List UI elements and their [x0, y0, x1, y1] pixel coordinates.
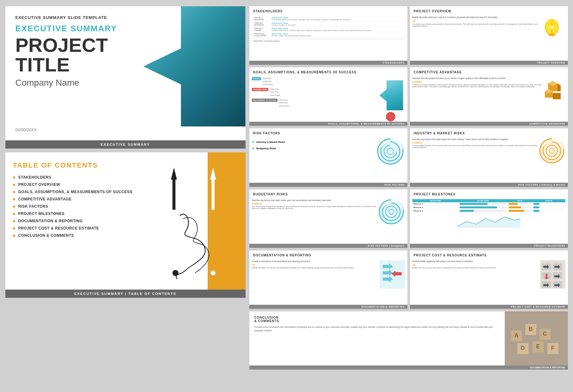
main-grid: EXECUTIVE SUMMARY SLIDE TEMPLATE EXECUTI… — [5, 6, 568, 373]
toc-left-panel: TABLE OF CONTENTS STAKEHOLDERS PROJECT O… — [5, 152, 157, 290]
documentation-footer: DOCUMENTATION & REPORTING — [249, 305, 407, 309]
milestones-chart — [412, 215, 565, 228]
goals-block-2: ASSUMPTIONS Point One Point Two Point Th… — [252, 88, 380, 97]
svg-marker-0 — [171, 168, 177, 210]
risk-plus-icon-2: + — [252, 146, 254, 151]
slide-stakeholders: STAKEHOLDERS PROJECT MANAGER Stakeholder… — [249, 6, 407, 65]
comp-adv-example: Currently, we notice competitors within … — [412, 84, 542, 88]
project-overview-footer: PROJECT OVERVIEW — [410, 61, 568, 65]
project-overview-body: Briefly describe what your report or bus… — [412, 16, 538, 18]
toc-item-2: PROJECT OVERVIEW — [13, 182, 149, 187]
table-row: PROPOSAL FACILITATOR Stakeholder NamePro… — [253, 32, 406, 38]
lightbulb-icon — [540, 16, 564, 45]
project-cost-tip-label: TIP — [412, 264, 539, 266]
slide-toc: TABLE OF CONTENTS STAKEHOLDERS PROJECT O… — [5, 152, 246, 298]
left-column: EXECUTIVE SUMMARY SLIDE TEMPLATE EXECUTI… — [5, 6, 246, 370]
svg-text:D: D — [521, 345, 525, 351]
risk-factors-title: RISK FACTORS — [249, 128, 407, 137]
slide-budgetary-risks: BUDGETARY RISKS Describe any factors tha… — [249, 189, 407, 248]
toc-item-9: CONCLUSION & COMMENTS — [13, 233, 149, 238]
table-row: PROJECT OWNER Stakeholder NameConfirms t… — [253, 27, 406, 32]
risk-item-2: + Budgetary Risks — [252, 146, 376, 151]
project-cost-tip: Explain not only your cost and resource … — [412, 267, 539, 269]
goals-tag-1: GOALS — [252, 77, 261, 80]
toc-item-8: PROJECT COST & RESOURCE ESTIMATE — [13, 226, 149, 230]
goals-footer: GOALS, ASSUMPTIONS, & MEASUREMENTS OF SU… — [249, 122, 407, 126]
milestones-title: PROJECT MILESTONES — [410, 189, 568, 198]
toc-bullet-4 — [13, 198, 15, 200]
slide-project-cost: PROJECT COST & RESOURCE ESTIMATE Provide… — [410, 250, 568, 309]
documentation-title: DOCUMENTATION & REPORTING — [249, 250, 407, 259]
stakeholders-table: PROJECT MANAGER Stakeholder NameCoordina… — [253, 16, 406, 38]
project-overview-title: PROJECT OVERVIEW — [410, 6, 568, 15]
table-row: Milestone 1 — [412, 202, 565, 206]
table-row: Milestone 2 — [412, 206, 565, 209]
svg-text:B: B — [528, 326, 533, 332]
slide1-date: 00/00/20XX — [15, 127, 235, 135]
industry-market-footer: RISK FACTORS | Industry & Market — [410, 183, 568, 187]
comp-adv-footer: COMPETITIVE ADVANTAGE — [410, 122, 568, 126]
milestones-table: MILESTONE START DATE DATE STATUS Milesto… — [412, 199, 565, 213]
goals-block-1: GOALS Point One Point Two Point Three — [252, 77, 380, 86]
slide-industry-market-risks: INDUSTRY & MARKET RISKS Describe any fac… — [410, 128, 568, 187]
toc-footer: EXECUTIVE SUMMARY | TABLE OF CONTENTS — [5, 290, 246, 298]
project-cost-title: PROJECT COST & RESOURCE ESTIMATE — [410, 250, 568, 259]
goals-tag-3: MEASUREMENT OF SUCCESS — [252, 99, 277, 102]
competitive-advantage-title: COMPETITIVE ADVANTAGE — [410, 67, 568, 76]
svg-text:C: C — [543, 331, 547, 337]
project-overview-tip-label: TIP — [412, 20, 538, 22]
toc-bullet-9 — [13, 235, 15, 237]
goals-title: GOALS, ASSUMPTIONS, & MEASUREMENTS OF SU… — [249, 67, 407, 76]
project-overview-tip: Condense your project proposal into a fe… — [412, 23, 538, 27]
svg-marker-12 — [558, 83, 561, 91]
additional-stakeholders: ADDITIONAL STAKEHOLDER(S) — [253, 39, 406, 42]
toc-bullet-1 — [13, 176, 15, 179]
toc-items-list: STAKEHOLDERS PROJECT OVERVIEW GOALS, ASS… — [13, 175, 149, 238]
toc-title: TABLE OF CONTENTS — [13, 161, 149, 169]
budgetary-example-label: EXAMPLE — [252, 203, 377, 205]
toc-item-3: GOALS, ASSUMPTIONS, & MEASUREMENTS OF SU… — [13, 190, 149, 194]
conclusion-body: Provide a brief conclusion that summariz… — [254, 325, 500, 332]
table-row: FUNDING SPONSOR Stakeholder NameConfirms… — [253, 21, 406, 27]
table-row: Milestone 3 — [412, 209, 565, 213]
milestones-footer: PROJECT MILESTONES — [410, 244, 568, 248]
conclusion-image: A B C D E F — [505, 311, 568, 370]
svg-text:E: E — [536, 343, 539, 350]
svg-text:A: A — [514, 332, 518, 339]
budgetary-maze-image — [379, 199, 404, 224]
toc-bullet-3 — [13, 191, 15, 193]
stakeholders-footer: STAKEHOLDERS — [249, 61, 407, 65]
documentation-tip: Include information on how you will stan… — [252, 267, 378, 269]
slide-conclusion: CONCLUSION & COMMENTS Provide a brief co… — [249, 311, 568, 370]
toc-item-7: DOCUMENTATION & REPORTING — [13, 219, 149, 223]
toc-bullet-6 — [13, 213, 15, 215]
slide1-footer: EXECUTIVE SUMMARY — [5, 140, 246, 149]
slide-competitive-advantage: COMPETITIVE ADVANTAGE Describe how this … — [410, 67, 568, 126]
slide-risk-factors: RISK FACTORS + Industry & Market Risks +… — [249, 128, 407, 187]
stakeholders-title: STAKEHOLDERS — [249, 6, 407, 15]
documentation-tip-label: TIP — [252, 264, 378, 266]
industry-market-body: Describe any factors that might impact t… — [412, 138, 537, 140]
project-cost-footer: PROJECT COST & RESOURCE ESTIMATE — [410, 305, 568, 309]
slide-project-overview: PROJECT OVERVIEW Briefly describe what y… — [410, 6, 568, 65]
slide-goals: GOALS, ASSUMPTIONS, & MEASUREMENTS OF SU… — [249, 67, 407, 126]
svg-rect-6 — [549, 34, 555, 36]
toc-scribble-svg — [157, 156, 236, 282]
conclusion-title: CONCLUSION & COMMENTS — [254, 316, 500, 323]
budgetary-risks-footer: RISK FACTORS | Budgetary — [249, 244, 407, 248]
industry-market-example: Current political tensions in the countr… — [412, 144, 537, 148]
risk-item-1: + Industry & Market Risks — [252, 139, 376, 144]
toc-item-1: STAKEHOLDERS — [13, 175, 149, 180]
svg-point-3 — [210, 271, 215, 275]
goals-tag-2: ASSUMPTIONS — [252, 88, 268, 91]
risk-factors-maze-image — [377, 138, 404, 165]
project-cost-image — [540, 260, 565, 289]
table-row: PROJECT MANAGER Stakeholder NameCoordina… — [253, 16, 406, 21]
risk-plus-icon-1: + — [252, 139, 254, 144]
budgetary-risks-title: BUDGETARY RISKS — [249, 189, 407, 198]
toc-bullet-2 — [13, 184, 15, 186]
conclusion-footer: DOCUMENTATION & REPORTING — [249, 365, 568, 370]
industry-market-title: INDUSTRY & MARKET RISKS — [410, 128, 568, 137]
project-cost-body: Provide details regarding total project … — [412, 260, 539, 262]
toc-right-panel — [157, 152, 246, 290]
